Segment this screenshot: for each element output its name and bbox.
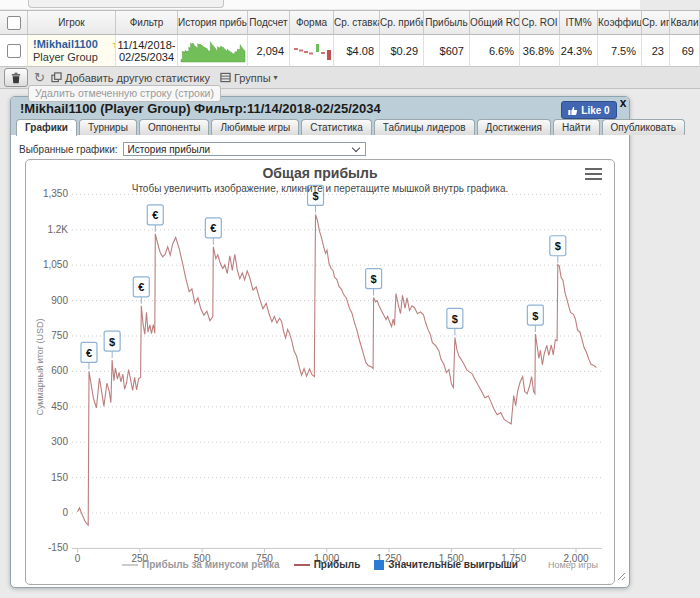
- avg-stake-cell: $4.08: [334, 35, 380, 67]
- column-header[interactable]: Прибыль: [424, 11, 470, 35]
- player-cell: !Mikhail1100★ Player Group: [28, 35, 116, 67]
- tab-графики[interactable]: Графики: [16, 119, 77, 136]
- svg-text:1,050: 1,050: [43, 259, 68, 270]
- player-detail-panel: !Mikhail1100 (Player Group) Фильтр:11/14…: [10, 96, 630, 588]
- svg-text:€: €: [152, 209, 158, 221]
- svg-text:1.2K: 1.2K: [47, 224, 68, 235]
- select-all-cell: [0, 11, 28, 35]
- top-window-remnant: [28, 0, 224, 8]
- like-button[interactable]: Like 0: [561, 101, 617, 119]
- legend-square-swatch: [374, 560, 384, 570]
- x-axis-title: Номер игры: [548, 560, 598, 570]
- groups-caret-icon: ▾: [274, 73, 278, 82]
- column-header[interactable]: Подсчет: [248, 11, 290, 35]
- column-header[interactable]: История прибы: [178, 11, 248, 35]
- legend-line-swatch: [294, 564, 310, 566]
- chart-menu-icon[interactable]: [585, 168, 602, 180]
- svg-text:150: 150: [51, 472, 68, 483]
- itm-cell: 24.3%: [560, 35, 598, 67]
- profit-cell: $607: [424, 35, 470, 67]
- column-header[interactable]: Квали: [670, 11, 700, 35]
- y-axis-title: Суммарный итог (USD): [35, 267, 45, 467]
- delete-row-tooltip: Удалить отмеченную строку (строки): [28, 85, 221, 102]
- svg-text:$: $: [452, 313, 458, 325]
- graph-selector-label: Выбранные графики:: [19, 144, 118, 155]
- tab-оппоненты[interactable]: Оппоненты: [139, 119, 210, 135]
- thumbs-up-icon: [568, 105, 578, 116]
- table-header-row: ИгрокФильтрИстория прибыПодсчетФормаСр. …: [0, 11, 700, 35]
- filter-cell: 11/14/2018-02/25/2034: [116, 35, 178, 67]
- svg-text:€: €: [138, 281, 144, 293]
- legend-item[interactable]: Прибыль: [294, 559, 361, 570]
- trash-icon: [11, 72, 21, 84]
- svg-text:900: 900: [51, 295, 68, 306]
- graph-selector-row: Выбранные графики: История прибыли: [19, 142, 366, 156]
- column-header[interactable]: Ср. прибы.: [380, 11, 424, 35]
- player-link[interactable]: !Mikhail1100: [33, 38, 98, 50]
- player-group-label: Player Group: [33, 51, 98, 63]
- column-header[interactable]: Фильтр: [116, 11, 178, 35]
- chart-legend: Прибыль за минусом рейкаПрибыльЗначитель…: [26, 559, 614, 570]
- add-statistic-button[interactable]: Добавить другую статистику: [51, 72, 210, 84]
- close-icon[interactable]: x: [617, 96, 629, 110]
- tab-турниры[interactable]: Турниры: [79, 119, 137, 135]
- profit-chart[interactable]: Общая прибыль Чтобы увеличить изображени…: [25, 159, 615, 585]
- select-all-checkbox[interactable]: [7, 16, 21, 30]
- panel-title: !Mikhail1100 (Player Group) Фильтр:11/14…: [20, 101, 381, 116]
- coefficient-cell: 7.5%: [598, 35, 642, 67]
- svg-text:600: 600: [51, 365, 68, 376]
- profit-history-sparkline: [180, 38, 246, 64]
- refresh-icon[interactable]: ↻: [34, 71, 45, 84]
- tab-опубликовать[interactable]: Опубликовать: [602, 119, 685, 135]
- profit-history-cell[interactable]: [178, 35, 248, 67]
- form-cell: [290, 35, 334, 67]
- column-header[interactable]: Ср. иг: [642, 11, 670, 35]
- column-header[interactable]: Игрок: [28, 11, 116, 35]
- groups-dropdown[interactable]: Группы ▾: [220, 72, 278, 84]
- tab-таблицы-лидеров[interactable]: Таблицы лидеров: [374, 119, 475, 135]
- column-header[interactable]: Форма: [290, 11, 334, 35]
- column-header[interactable]: ITM%: [560, 11, 598, 35]
- row-select-cell: [0, 35, 28, 67]
- delete-row-button[interactable]: [4, 68, 28, 87]
- column-header[interactable]: Ср. ставка: [334, 11, 380, 35]
- svg-text:$: $: [371, 273, 377, 285]
- tab-статистика[interactable]: Статистика: [301, 119, 372, 135]
- total-roi-cell: 6.6%: [470, 35, 520, 67]
- svg-text:300: 300: [51, 436, 68, 447]
- column-header[interactable]: Ср. ROI: [520, 11, 560, 35]
- svg-text:750: 750: [51, 330, 68, 341]
- chart-plot-area[interactable]: -15001503004506007509001,0501.2K1,350025…: [26, 160, 614, 584]
- svg-text:0: 0: [62, 507, 68, 518]
- legend-item[interactable]: Прибыль за минусом рейка: [122, 559, 280, 570]
- tab-найти[interactable]: Найти: [553, 119, 600, 135]
- svg-text:$: $: [555, 240, 561, 252]
- legend-item[interactable]: Значительные выигрыши: [374, 559, 518, 570]
- avg-profit-cell: $0.29: [380, 35, 424, 67]
- app-root: { "table": { "columns": ["", "Игрок", "Ф…: [0, 0, 700, 598]
- legend-line-swatch: [122, 564, 138, 566]
- avg-roi-cell: 36.8%: [520, 35, 560, 67]
- players-table: ИгрокФильтрИстория прибыПодсчетФормаСр. …: [0, 10, 700, 89]
- panel-tabs: ГрафикиТурнирыОппонентыЛюбимые игрыСтати…: [16, 119, 685, 135]
- chart-subtitle: Чтобы увеличить изображение, кликните и …: [26, 183, 614, 194]
- svg-text:450: 450: [51, 401, 68, 412]
- column-header[interactable]: Общий ROI: [470, 11, 520, 35]
- groups-icon: [220, 72, 231, 83]
- chevron-down-icon: [351, 143, 359, 151]
- svg-text:$: $: [532, 310, 538, 322]
- svg-text:-150: -150: [48, 542, 68, 553]
- tab-любимые-игры[interactable]: Любимые игры: [211, 119, 299, 135]
- row-checkbox[interactable]: [7, 44, 21, 58]
- chart-title: Общая прибыль: [26, 165, 614, 181]
- svg-text:€: €: [210, 222, 216, 234]
- graph-select[interactable]: История прибыли: [123, 142, 366, 156]
- add-statistic-icon: [51, 72, 62, 83]
- resize-handle-icon[interactable]: [617, 567, 626, 585]
- table-row[interactable]: !Mikhail1100★ Player Group 11/14/2018-02…: [0, 35, 700, 67]
- count-cell: 2,094: [248, 35, 290, 67]
- tab-достижения[interactable]: Достижения: [477, 119, 551, 135]
- form-sparkline-icon: [291, 40, 333, 62]
- column-header[interactable]: Коэффици: [598, 11, 642, 35]
- svg-text:$: $: [109, 336, 115, 348]
